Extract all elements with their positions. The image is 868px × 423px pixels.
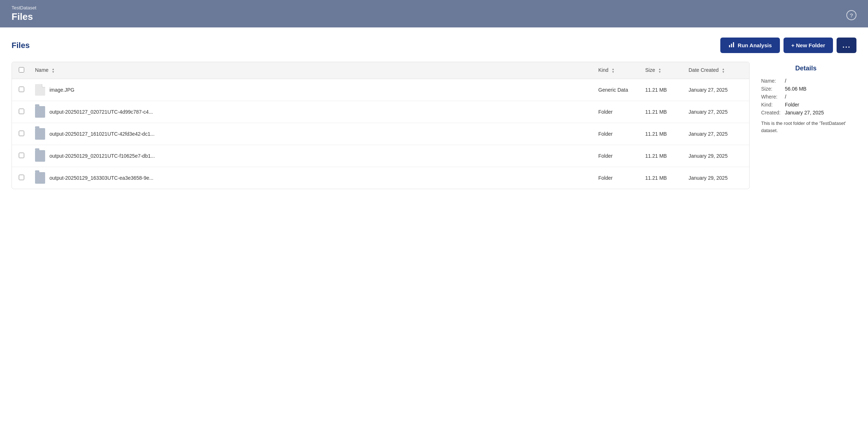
toolbar-actions: Run Analysis + New Folder ... [720,38,856,53]
details-kind-value: Folder [785,102,851,108]
name-sort-arrows: ▲▼ [52,68,55,74]
content-area: Name ▲▼ Kind ▲▼ [12,62,856,189]
file-kind-cell: Folder [594,167,641,189]
details-size-label: Size: [761,86,781,92]
details-where-label: Where: [761,94,781,100]
col-header-size[interactable]: Size ▲▼ [641,62,684,79]
app-header: TestDataset Files ? [0,0,868,27]
row-checkbox-cell [12,123,31,145]
file-date-cell: January 27, 2025 [684,79,749,101]
file-icon [35,84,45,96]
file-date-cell: January 29, 2025 [684,167,749,189]
folder-icon [35,106,45,118]
folder-icon [35,150,45,162]
details-created-value: January 27, 2025 [785,110,851,115]
run-analysis-button[interactable]: Run Analysis [720,38,780,53]
folder-icon [35,172,45,184]
row-checkbox[interactable] [19,109,24,114]
table-row[interactable]: image.JPGGeneric Data11.21 MBJanuary 27,… [12,79,749,101]
dataset-name: TestDataset [12,5,856,10]
row-checkbox[interactable] [19,175,24,180]
file-name-cell: output-20250129_020121UTC-f10625e7-db1..… [31,145,594,167]
row-checkbox-cell [12,79,31,101]
file-name-text: image.JPG [49,87,74,93]
table-row[interactable]: output-20250129_020121UTC-f10625e7-db1..… [12,145,749,167]
file-date-cell: January 29, 2025 [684,145,749,167]
table-row[interactable]: output-20250127_161021UTC-42fd3e42-dc1..… [12,123,749,145]
file-table-wrapper: Name ▲▼ Kind ▲▼ [12,62,750,189]
file-name-text: output-20250129_020121UTC-f10625e7-db1..… [49,153,155,159]
new-folder-label: + New Folder [791,42,825,48]
file-name-text: output-20250127_020721UTC-4d99c787-c4... [49,109,153,115]
kind-sort-arrows: ▲▼ [612,68,615,74]
table-row[interactable]: output-20250129_163303UTC-ea3e3658-9e...… [12,167,749,189]
folder-icon [35,128,45,140]
file-kind-cell: Folder [594,123,641,145]
file-name-cell: output-20250129_163303UTC-ea3e3658-9e... [31,167,594,189]
details-description: This is the root folder of the 'TestData… [761,120,851,134]
svg-rect-2 [733,42,734,47]
col-header-name[interactable]: Name ▲▼ [31,62,594,79]
file-name-cell: output-20250127_161021UTC-42fd3e42-dc1..… [31,123,594,145]
file-date-cell: January 27, 2025 [684,101,749,123]
details-kind-label: Kind: [761,102,781,108]
file-size-cell: 11.21 MB [641,167,684,189]
details-grid: Name: / Size: 56.06 MB Where: / Kind: Fo… [761,78,851,115]
details-created-label: Created: [761,110,781,115]
file-size-cell: 11.21 MB [641,101,684,123]
row-checkbox-cell [12,167,31,189]
size-sort-arrows: ▲▼ [658,68,661,74]
select-all-header[interactable] [12,62,31,79]
table-header-row: Name ▲▼ Kind ▲▼ [12,62,749,79]
details-name-value: / [785,78,851,84]
row-checkbox-cell [12,101,31,123]
help-icon[interactable]: ? [846,10,856,20]
row-checkbox[interactable] [19,153,24,158]
details-title: Details [761,65,851,72]
details-name-label: Name: [761,78,781,84]
more-options-button[interactable]: ... [837,38,856,53]
file-kind-cell: Folder [594,101,641,123]
file-date-cell: January 27, 2025 [684,123,749,145]
toolbar: Files Run Analysis + New Folder [12,38,856,53]
file-name-text: output-20250129_163303UTC-ea3e3658-9e... [49,175,153,181]
file-name-cell: image.JPG [31,79,594,101]
file-name-cell: output-20250127_020721UTC-4d99c787-c4... [31,101,594,123]
details-size-value: 56.06 MB [785,86,851,92]
row-checkbox[interactable] [19,131,24,136]
select-all-checkbox[interactable] [19,67,24,73]
svg-rect-1 [731,44,732,47]
file-size-cell: 11.21 MB [641,79,684,101]
file-size-cell: 11.21 MB [641,145,684,167]
col-header-kind[interactable]: Kind ▲▼ [594,62,641,79]
col-header-date[interactable]: Date Created ▲▼ [684,62,749,79]
file-kind-cell: Generic Data [594,79,641,101]
row-checkbox-cell [12,145,31,167]
date-sort-arrows: ▲▼ [722,68,725,74]
main-content: Files Run Analysis + New Folder [0,27,868,199]
details-panel: Details Name: / Size: 56.06 MB Where: / … [755,62,856,189]
file-name-text: output-20250127_161021UTC-42fd3e42-dc1..… [49,131,155,137]
run-analysis-label: Run Analysis [738,42,772,48]
more-options-icon: ... [842,41,851,49]
table-row[interactable]: output-20250127_020721UTC-4d99c787-c4...… [12,101,749,123]
svg-rect-0 [729,45,730,47]
file-size-cell: 11.21 MB [641,123,684,145]
details-where-value: / [785,94,851,100]
page-title: Files [12,11,856,22]
file-kind-cell: Folder [594,145,641,167]
file-table: Name ▲▼ Kind ▲▼ [12,62,749,189]
section-title: Files [12,41,30,50]
new-folder-button[interactable]: + New Folder [784,38,833,53]
run-analysis-icon [728,42,735,49]
row-checkbox[interactable] [19,87,24,92]
